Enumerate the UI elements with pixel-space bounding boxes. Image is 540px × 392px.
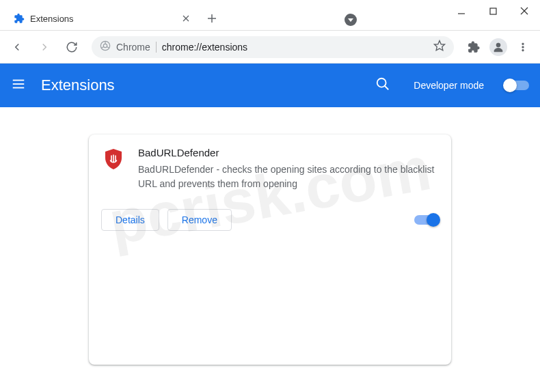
remove-button[interactable]: Remove <box>167 209 232 231</box>
omnibox-url: chrome://extensions <box>162 42 247 53</box>
omnibox[interactable]: Chrome chrome://extensions <box>92 36 454 58</box>
developer-mode-toggle[interactable] <box>504 81 529 90</box>
close-window-button[interactable] <box>509 0 540 22</box>
extension-shield-icon <box>101 147 126 171</box>
address-bar: Chrome chrome://extensions <box>0 31 540 64</box>
extensions-puzzle-icon[interactable] <box>462 36 485 59</box>
extension-enable-toggle[interactable] <box>414 215 439 225</box>
svg-point-22 <box>377 79 386 87</box>
svg-marker-4 <box>348 18 353 22</box>
browser-tab[interactable]: Extensions <box>5 7 197 30</box>
close-tab-button[interactable] <box>180 13 191 24</box>
maximize-button[interactable] <box>477 0 509 22</box>
svg-line-12 <box>101 46 104 48</box>
hamburger-icon[interactable] <box>11 76 27 94</box>
search-icon[interactable] <box>375 76 390 94</box>
svg-point-17 <box>522 46 524 48</box>
tab-title: Extensions <box>30 14 175 24</box>
minimize-button[interactable] <box>446 0 477 22</box>
extension-card: BadURLDefender BadURLDefender - checks t… <box>89 135 451 365</box>
profile-avatar[interactable] <box>487 36 510 59</box>
omnibox-scheme: Chrome <box>116 42 150 53</box>
details-button[interactable]: Details <box>101 209 159 231</box>
extensions-appbar: Extensions Developer mode <box>0 64 540 107</box>
reload-button[interactable] <box>60 36 83 59</box>
window-titlebar: Extensions <box>0 0 540 31</box>
svg-line-13 <box>107 46 109 48</box>
back-button[interactable] <box>5 36 29 59</box>
chrome-icon <box>100 40 111 54</box>
new-tab-button[interactable] <box>202 9 221 28</box>
svg-marker-14 <box>435 40 445 50</box>
forward-button[interactable] <box>33 36 56 59</box>
svg-point-16 <box>522 43 524 45</box>
omnibox-divider <box>156 42 157 53</box>
extension-description: BadURLDefender - checks the opening site… <box>138 163 439 191</box>
svg-point-18 <box>522 49 524 51</box>
bookmark-star-icon[interactable] <box>433 40 446 55</box>
kebab-menu-icon[interactable] <box>511 36 535 59</box>
svg-rect-6 <box>490 8 496 14</box>
svg-point-15 <box>496 43 500 47</box>
extension-name: BadURLDefender <box>138 147 439 158</box>
page-title: Extensions <box>41 76 362 94</box>
svg-line-23 <box>385 86 389 90</box>
window-controls <box>446 0 540 22</box>
content-area: BadURLDefender BadURLDefender - checks t… <box>0 107 540 392</box>
tab-search-button[interactable] <box>345 14 357 26</box>
developer-mode-label: Developer mode <box>414 80 484 91</box>
puzzle-icon <box>14 13 25 24</box>
